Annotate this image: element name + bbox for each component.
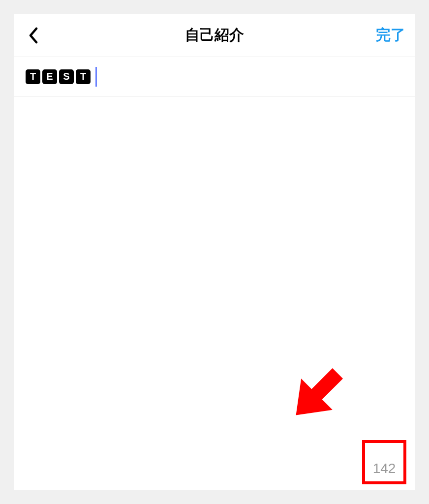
annotation-highlight-box: 142 <box>362 440 406 484</box>
page-title: 自己紹介 <box>185 25 244 45</box>
app-container: 自己紹介 完了 T E S T 142 <box>14 14 415 490</box>
svg-marker-0 <box>282 360 351 429</box>
char-counter: 142 <box>373 461 396 476</box>
bio-input-area[interactable]: T E S T <box>14 57 415 96</box>
header-bar: 自己紹介 完了 <box>14 14 415 57</box>
chevron-left-icon <box>29 27 38 44</box>
text-cursor <box>95 67 97 87</box>
input-char: E <box>42 69 57 84</box>
back-button[interactable] <box>24 26 43 45</box>
input-char: T <box>26 69 40 84</box>
input-char: S <box>59 69 74 84</box>
input-char: T <box>76 69 91 84</box>
bio-input-content: T E S T <box>26 67 97 87</box>
body-area: 142 <box>14 96 415 490</box>
done-button[interactable]: 完了 <box>376 25 405 45</box>
annotation-arrow-icon <box>282 360 351 429</box>
